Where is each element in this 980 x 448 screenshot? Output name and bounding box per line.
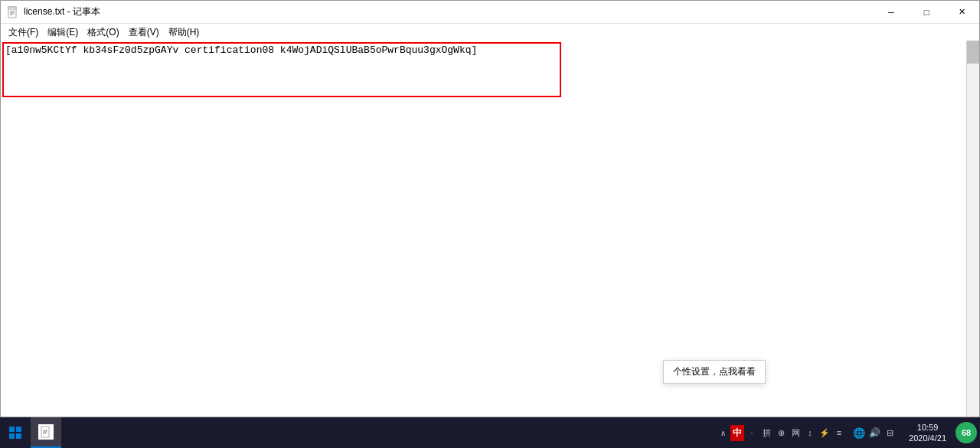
battery-icon[interactable]: ⊟: [883, 426, 897, 440]
tray-expand-arrow[interactable]: ∧: [719, 429, 727, 437]
window-title: license.txt - 记事本: [24, 5, 100, 18]
menu-view[interactable]: 查看(V): [124, 25, 164, 41]
menu-bar: 文件(F) 编辑(E) 格式(O) 查看(V) 帮助(H): [1, 24, 979, 41]
title-bar: license.txt - 记事本 ─ □ ✕: [1, 1, 979, 24]
notification-box[interactable]: 个性设置，点我看看: [663, 360, 766, 384]
svg-rect-5: [9, 427, 15, 432]
clock-date: 2020/4/21: [909, 433, 946, 443]
menu-file[interactable]: 文件(F): [4, 25, 43, 41]
notepad-window: license.txt - 记事本 ─ □ ✕ 文件(F) 编辑(E) 格式(O…: [0, 0, 980, 417]
editor-textarea[interactable]: [a10nw5KCtYf kb34sFz0d5zpGAYv certificat…: [1, 41, 979, 417]
ime-net[interactable]: 网: [789, 426, 802, 440]
menu-edit[interactable]: 编辑(E): [43, 25, 83, 41]
svg-rect-7: [9, 433, 15, 439]
start-button[interactable]: [0, 417, 31, 448]
clock-time: 10:59: [909, 422, 946, 433]
minimize-button[interactable]: ─: [874, 1, 909, 24]
title-controls: ─ □ ✕: [874, 1, 979, 24]
green-badge[interactable]: 68: [956, 422, 977, 443]
ime-circle[interactable]: ⊕: [774, 426, 788, 440]
title-bar-left: license.txt - 记事本: [7, 5, 100, 18]
svg-rect-6: [16, 427, 21, 432]
taskbar: ∧ 中 · 拼 ⊕ 网 ↕ ⚡ ≡ 🌐 🔊 ⊟ 10:59 2020/4/21 …: [0, 417, 980, 448]
ime-area: 中 · 拼 ⊕ 网 ↕ ⚡ ≡: [730, 425, 846, 441]
sys-tray-icons: 🌐 🔊 ⊟: [849, 426, 900, 440]
close-button[interactable]: ✕: [944, 1, 979, 24]
ime-cn-toggle[interactable]: 中: [730, 425, 744, 441]
ime-pinyin[interactable]: 拼: [760, 426, 773, 440]
app-icon: [7, 6, 19, 18]
notepad-app-icon: [38, 424, 54, 440]
editor-area: [a10nw5KCtYf kb34sFz0d5zpGAYv certificat…: [1, 41, 979, 417]
scrollbar-thumb[interactable]: [967, 41, 979, 64]
scrollbar-track[interactable]: [966, 41, 979, 417]
ime-menu[interactable]: ≡: [832, 426, 846, 440]
network-icon[interactable]: 🌐: [852, 426, 866, 440]
svg-rect-8: [16, 433, 21, 439]
badge-number: 68: [962, 428, 971, 437]
svg-rect-1: [8, 7, 16, 9]
maximize-button[interactable]: □: [909, 1, 944, 24]
taskbar-clock[interactable]: 10:59 2020/4/21: [903, 422, 952, 444]
menu-help[interactable]: 帮助(H): [164, 25, 204, 41]
notification-text: 个性设置，点我看看: [673, 366, 756, 377]
taskbar-right: ∧ 中 · 拼 ⊕ 网 ↕ ⚡ ≡ 🌐 🔊 ⊟ 10:59 2020/4/21 …: [719, 417, 980, 448]
volume-icon[interactable]: 🔊: [867, 426, 881, 440]
ime-thunder[interactable]: ⚡: [818, 426, 831, 440]
ime-dot[interactable]: ·: [745, 426, 759, 440]
menu-format[interactable]: 格式(O): [83, 25, 123, 41]
taskbar-app-notepad[interactable]: [31, 417, 61, 448]
ime-arrow[interactable]: ↕: [803, 426, 817, 440]
